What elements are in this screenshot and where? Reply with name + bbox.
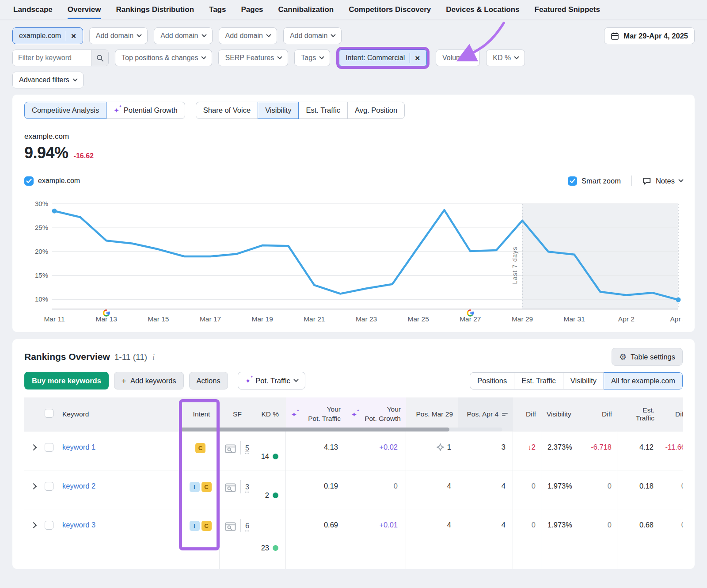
column-header-diff[interactable]: Diff: [513, 410, 541, 418]
notes-icon: [642, 177, 651, 185]
actions-button[interactable]: Actions: [189, 372, 228, 389]
expand-row-icon[interactable]: [30, 483, 37, 489]
tab-potential-growth[interactable]: ✦Potential Growth: [106, 102, 185, 119]
divider: [240, 480, 241, 493]
tab-share-of-voice[interactable]: Share of Voice: [196, 102, 258, 119]
column-header-pos-end[interactable]: Pos. Apr 4: [458, 397, 513, 431]
x-axis-tick: Apr 4: [670, 315, 683, 323]
domain-chip[interactable]: example.com ✕: [12, 27, 83, 44]
buy-more-keywords-button[interactable]: Buy more keywords: [24, 372, 109, 389]
table-view-est-traffic[interactable]: Est. Traffic: [514, 372, 563, 389]
tags-label: Tags: [301, 54, 316, 62]
add-domain-dropdown[interactable]: Add domain: [89, 27, 148, 44]
add-domain-dropdown[interactable]: Add domain: [283, 27, 342, 44]
top-positions-dropdown[interactable]: Top positions & changes: [115, 50, 212, 66]
sparkles-icon: ✦: [351, 411, 357, 418]
divider: [240, 519, 241, 532]
remove-intent-filter-icon[interactable]: ✕: [414, 55, 420, 61]
table-settings-button[interactable]: ⚙ Table settings: [612, 348, 683, 366]
add-domain-dropdown[interactable]: Add domain: [154, 27, 212, 44]
table-header-row: KeywordIntentSFKD %✦Your Pot. Traffic✦Yo…: [24, 397, 683, 431]
intent-filter-chip[interactable]: Intent: Commercial ✕: [339, 50, 427, 66]
table-view-all-for-example-com[interactable]: All for example.com: [604, 372, 683, 389]
row-checkbox[interactable]: [45, 521, 53, 530]
column-header-keyword[interactable]: Keyword: [57, 410, 183, 418]
add-domain-dropdown[interactable]: Add domain: [219, 27, 277, 44]
table-view-toggle: PositionsEst. TrafficVisibilityAll for e…: [470, 372, 683, 389]
chevron-down-icon: [277, 54, 282, 59]
row-checkbox[interactable]: [45, 443, 53, 452]
volume-dropdown[interactable]: Volume: [436, 50, 480, 66]
visibility-chart[interactable]: 10%15%20%25%30%Last 7 daysMar 11Mar 13Ma…: [24, 191, 683, 324]
search-icon[interactable]: [91, 50, 108, 66]
column-header-est-traffic[interactable]: Est. Traffic: [617, 406, 660, 422]
column-header-intent[interactable]: Intent: [183, 410, 220, 418]
horizontal-scrollbar[interactable]: [179, 428, 502, 431]
advanced-filters-dropdown[interactable]: Advanced filters: [12, 72, 84, 88]
series-end-point: [676, 298, 681, 302]
sf-count[interactable]: 5: [245, 444, 249, 454]
serp-features-dropdown[interactable]: SERP Features: [218, 50, 288, 66]
column-header-diff2[interactable]: Diff: [584, 410, 617, 418]
pot-traffic-cell: 0.19: [286, 470, 346, 490]
column-header-pot-growth[interactable]: ✦Your Pot. Growth: [346, 397, 406, 431]
intent-badge-c[interactable]: C: [201, 521, 212, 531]
expand-row-icon[interactable]: [30, 522, 37, 528]
visibility-cell: 1.973%: [541, 509, 584, 529]
column-header-pot-traffic[interactable]: ✦Your Pot. Traffic: [286, 397, 346, 431]
keyword-filter-input[interactable]: [13, 50, 91, 66]
info-icon[interactable]: i: [152, 353, 155, 362]
add-keywords-button[interactable]: +Add keywords: [114, 372, 184, 389]
tab-competitive-analysis[interactable]: Competitive Analysis: [24, 102, 106, 119]
table-view-positions[interactable]: Positions: [470, 372, 514, 389]
nav-tab-competitors-discovery[interactable]: Competitors Discovery: [349, 0, 431, 19]
date-range-label: Mar 29-Apr 4, 2025: [623, 32, 688, 40]
row-checkbox[interactable]: [45, 482, 53, 491]
intent-badge-i[interactable]: I: [190, 521, 200, 531]
column-header-kd[interactable]: KD %: [255, 410, 286, 418]
tab-visibility[interactable]: Visibility: [258, 102, 299, 119]
tab-est-traffic[interactable]: Est. Traffic: [298, 102, 348, 119]
x-axis-tick: Mar 15: [148, 315, 169, 323]
smart-zoom-checkbox[interactable]: [568, 176, 577, 186]
intent-badge-c[interactable]: C: [201, 482, 212, 492]
intent-badge-i[interactable]: I: [190, 482, 200, 492]
keyword-link[interactable]: keyword 3: [62, 521, 95, 529]
tags-dropdown[interactable]: Tags: [294, 50, 330, 66]
column-header-diff3[interactable]: Diff: [660, 410, 683, 418]
sf-count[interactable]: 3: [245, 483, 249, 493]
scrollbar-thumb[interactable]: [179, 428, 449, 431]
sf-count[interactable]: 6: [245, 522, 249, 531]
pot-growth-cell: +0.01: [346, 509, 406, 569]
intent-badge-c[interactable]: C: [195, 443, 205, 453]
nav-tab-devices-locations[interactable]: Devices & Locations: [446, 0, 519, 19]
nav-tab-landscape[interactable]: Landscape: [13, 0, 53, 19]
keyword-link[interactable]: keyword 2: [62, 482, 95, 490]
select-all-checkbox[interactable]: [45, 409, 53, 418]
remove-domain-icon[interactable]: ✕: [71, 33, 76, 39]
table-view-visibility[interactable]: Visibility: [563, 372, 604, 389]
chevron-down-icon[interactable]: [678, 177, 683, 182]
est-traffic-diff-cell: -11.66: [660, 431, 683, 451]
x-axis-tick: Apr 2: [618, 315, 635, 323]
keyword-link[interactable]: keyword 1: [62, 443, 95, 451]
expand-row-icon[interactable]: [30, 444, 37, 451]
sf-cell: 6: [220, 509, 255, 532]
tab-avg-position[interactable]: Avg. Position: [347, 102, 405, 119]
nav-tab-tags[interactable]: Tags: [209, 0, 226, 19]
nav-tab-overview[interactable]: Overview: [68, 0, 101, 19]
column-header-pos-start[interactable]: Pos. Mar 29: [406, 410, 458, 418]
column-header-visibility[interactable]: Visibility: [541, 410, 584, 418]
nav-tab-featured-snippets[interactable]: Featured Snippets: [535, 0, 600, 19]
nav-tab-rankings-distribution[interactable]: Rankings Distribution: [116, 0, 194, 19]
line-chart-svg: 10%15%20%25%30%Last 7 daysMar 11Mar 13Ma…: [24, 191, 683, 324]
nav-tab-cannibalization[interactable]: Cannibalization: [278, 0, 334, 19]
kd-dropdown[interactable]: KD %: [486, 50, 525, 66]
nav-tab-pages[interactable]: Pages: [241, 0, 263, 19]
column-header-sf[interactable]: SF: [220, 410, 255, 418]
domain-legend-checkbox[interactable]: [24, 176, 34, 186]
pot-traffic-dropdown[interactable]: ✦ Pot. Traffic: [238, 372, 305, 389]
add-keywords-label: Add keywords: [130, 377, 176, 385]
visibility-diff-cell: 0: [584, 470, 617, 509]
date-range-button[interactable]: Mar 29-Apr 4, 2025: [604, 27, 695, 44]
